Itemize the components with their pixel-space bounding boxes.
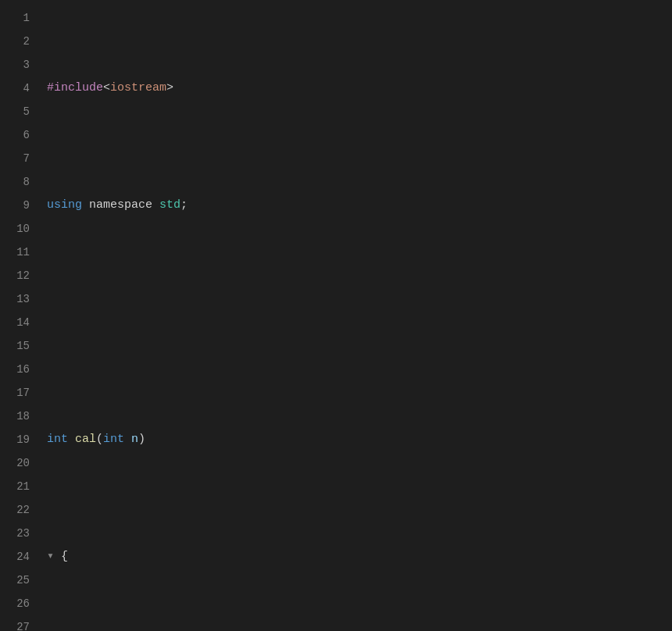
ln-10: 10 [0, 217, 30, 241]
ln-11: 11 [0, 241, 30, 264]
ln-18: 18 [0, 405, 30, 428]
ln-15: 15 [0, 334, 30, 358]
ln-21: 21 [0, 475, 30, 498]
code-area[interactable]: #include<iostream> using namespace std; … [39, 6, 672, 631]
ln-19: 19 [0, 428, 30, 451]
ln-20: 20 [0, 451, 30, 475]
ln-12: 12 [0, 264, 30, 287]
ln-24: 24 [0, 545, 30, 569]
code-line-4: int cal(int n) [47, 428, 672, 451]
code-line-3 [47, 311, 672, 334]
ln-3: 3 [0, 53, 30, 77]
ln-5: 5 [0, 100, 30, 123]
ln-13: 13 [0, 287, 30, 311]
ln-25: 25 [0, 569, 30, 592]
code-line-2: using namespace std; [47, 194, 672, 217]
ln-4: 4 [0, 77, 30, 100]
ln-16: 16 [0, 358, 30, 381]
ln-27: 27 [0, 615, 30, 631]
ln-1: 1 [0, 6, 30, 30]
ln-8: 8 [0, 170, 30, 194]
ln-2: 2 [0, 30, 30, 53]
ln-23: 23 [0, 522, 30, 545]
code-line-1: #include<iostream> [47, 77, 672, 100]
ln-7: 7 [0, 147, 30, 170]
code-line-5: ▾ { [47, 545, 672, 569]
ln-17: 17 [0, 381, 30, 405]
ln-6: 6 [0, 123, 30, 147]
ln-26: 26 [0, 592, 30, 615]
code-editor: 1 2 3 4 5 6 7 8 9 10 11 12 13 14 15 16 1… [0, 0, 672, 631]
ln-22: 22 [0, 498, 30, 522]
ln-14: 14 [0, 311, 30, 334]
ln-9: 9 [0, 194, 30, 217]
line-numbers: 1 2 3 4 5 6 7 8 9 10 11 12 13 14 15 16 1… [0, 6, 39, 631]
